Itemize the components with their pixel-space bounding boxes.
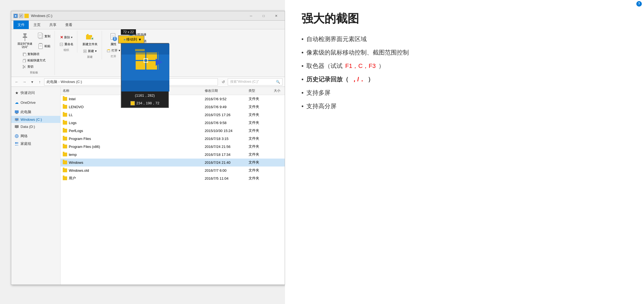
feature-item-3: 取色器（试试 F1，C，F3） xyxy=(301,61,628,70)
paste-button[interactable]: 粘贴 xyxy=(35,41,52,51)
file-row[interactable]: Program Files (x86) 2016/7/24 21:56 文件夹 xyxy=(61,143,285,151)
network-label: 网络 xyxy=(21,134,28,139)
col-header-type[interactable]: 类型 xyxy=(246,88,268,94)
col-header-date[interactable]: 修改日期 xyxy=(203,88,246,94)
copy-path-button[interactable]: 复制路径 xyxy=(21,51,47,57)
file-row[interactable]: 用户 2016/7/5 11:04 文件夹 xyxy=(61,174,285,182)
pin-label: 固定到"快速访问" xyxy=(18,42,32,49)
feature-item-6: 支持高分屏 xyxy=(301,102,628,111)
ribbon: 固定到"快速访问" 复制 xyxy=(11,29,285,77)
new-item-arrow: ▾ xyxy=(95,49,97,53)
rename-button[interactable]: 重命名 xyxy=(58,41,75,47)
sidebar-item-this-pc[interactable]: 此电脑 xyxy=(11,108,60,116)
new-item-button[interactable]: 新建 ▾ xyxy=(82,48,98,54)
svg-rect-16 xyxy=(23,60,25,62)
breadcrumb-sep: › xyxy=(58,80,59,84)
sidebar-item-homegroup[interactable]: 家庭组 xyxy=(11,140,60,148)
delete-x-icon: ✕ xyxy=(60,35,63,39)
up-button[interactable]: ↑ xyxy=(36,79,43,85)
sidebar-item-network[interactable]: 网络 xyxy=(11,132,60,140)
open-button[interactable]: 打开 ▾ xyxy=(105,48,122,53)
new-folder-button[interactable]: 新建文件夹 xyxy=(81,31,99,48)
folder-icon xyxy=(63,129,67,133)
feature-item-1: 自动检测界面元素区域 xyxy=(301,35,628,44)
sidebar-item-quick-access[interactable]: ★ 快速访问 xyxy=(11,89,60,97)
open-label: 打开 xyxy=(111,53,116,58)
open-arrow: ▾ xyxy=(119,49,120,52)
pixel-color-values: 234，198，72 xyxy=(136,101,159,106)
tab-view[interactable]: 查看 xyxy=(61,21,76,29)
svg-rect-21 xyxy=(121,38,124,40)
file-row[interactable]: Intel 2016/7/6 9:52 文件夹 xyxy=(61,95,285,103)
delete-button[interactable]: ✕ 删除 ▾ xyxy=(59,34,74,40)
file-row[interactable]: Program Files 2016/7/18 3:15 文件夹 xyxy=(61,135,285,143)
ribbon-tabs: 文件 主页 共享 查看 ? xyxy=(11,21,285,29)
paste-shortcut-button[interactable]: 粘贴快捷方式 xyxy=(21,58,47,63)
file-list-header: 名称 修改日期 类型 大小 xyxy=(61,87,285,95)
sidebar-item-windows-c[interactable]: Windows (C:) xyxy=(11,116,60,123)
sidebar-item-data-d[interactable]: Data (D:) xyxy=(11,123,60,130)
col-header-size[interactable]: 大小 xyxy=(268,88,285,94)
forward-button[interactable]: → xyxy=(21,79,28,85)
file-row[interactable]: PerfLogs 2015/10/30 15:24 文件夹 xyxy=(61,127,285,135)
recent-button[interactable]: ▾ xyxy=(29,79,35,85)
dropdown-arrow: ▼ xyxy=(138,38,142,42)
organize-label: 组织 xyxy=(64,47,69,52)
new-folder-icon xyxy=(86,33,94,42)
svg-rect-64 xyxy=(15,110,19,113)
new-label: 新建 xyxy=(87,54,93,59)
move-to-button[interactable]: 移动到 ▼ xyxy=(118,35,144,44)
maximize-button[interactable]: □ xyxy=(257,11,270,21)
file-row-windows-old[interactable]: Windows.old 2016/7/7 6:00 文件夹 xyxy=(61,167,285,174)
tab-home[interactable]: 主页 xyxy=(29,21,45,29)
file-row[interactable]: LL 2016/7/25 17:26 文件夹 xyxy=(61,111,285,119)
help-icon[interactable]: ? xyxy=(636,1,642,7)
file-row[interactable]: LENOVO 2016/7/6 9:49 文件夹 xyxy=(61,103,285,111)
cut-button[interactable]: 剪切 xyxy=(21,64,47,70)
breadcrumb-pc: 此电脑 xyxy=(47,79,57,84)
file-row[interactable]: temp 2016/7/18 17:34 文件夹 xyxy=(61,151,285,159)
folder-icon xyxy=(63,160,67,164)
feature-title: 强大的截图 xyxy=(301,11,628,26)
search-icon: 🔍 xyxy=(276,80,280,84)
folder-icon xyxy=(63,105,67,109)
refresh-button[interactable]: ↺ xyxy=(220,79,227,85)
paste-icon xyxy=(37,43,44,49)
feature-item-4-keys: ，/． xyxy=(351,75,365,84)
main-content: ★ 快速访问 ☁ OneDrive 此电脑 Windows (C:) xyxy=(11,87,285,285)
feature-list: 自动检测界面元素区域 像素级的鼠标移动控制、截图范围控制 取色器（试试 F1，C… xyxy=(301,35,628,111)
back-button[interactable]: ← xyxy=(13,79,20,85)
feature-item-2-text: 像素级的鼠标移动控制、截图范围控制 xyxy=(306,48,409,57)
move-to-label: 移动到 xyxy=(126,37,137,42)
quick-access-icon: ★ xyxy=(15,91,19,95)
file-row-windows[interactable]: Windows 2016/7/24 21:40 文件夹 xyxy=(61,159,285,167)
explorer-window: ■ ✓ Windows (C:) ─ □ ✕ 文件 主页 共享 查看 ? xyxy=(11,11,285,285)
ribbon-group-clipboard: 固定到"快速访问" 复制 xyxy=(13,31,55,75)
tab-share[interactable]: 共享 xyxy=(45,21,61,29)
search-bar[interactable]: 搜索"Windows (C:)" 🔍 xyxy=(228,78,283,85)
sidebar: ★ 快速访问 ☁ OneDrive 此电脑 Windows (C:) xyxy=(11,87,61,285)
network-icon xyxy=(15,134,19,138)
feature-item-3-text: 取色器（试试 xyxy=(306,61,343,70)
svg-rect-65 xyxy=(16,113,18,114)
delete-dropdown-arrow: ▾ xyxy=(71,36,73,39)
sidebar-item-onedrive[interactable]: ☁ OneDrive xyxy=(11,99,60,106)
open-icon xyxy=(107,49,110,53)
feature-item-3-keys: F1，C，F3 xyxy=(345,61,376,70)
tab-file[interactable]: 文件 xyxy=(13,21,29,29)
svg-rect-0 xyxy=(23,33,27,35)
window-controls: ─ □ ✕ xyxy=(245,11,283,21)
pin-quick-access-button[interactable]: 固定到"快速访问" xyxy=(16,31,34,51)
feature-item-1-text: 自动检测界面元素区域 xyxy=(306,35,367,44)
ribbon-group-new: 新建文件夹 新建 ▾ 新建 xyxy=(78,31,102,59)
svg-rect-2 xyxy=(23,37,27,38)
feature-item-3-suffix: ） xyxy=(378,61,384,70)
close-button[interactable]: ✕ xyxy=(270,11,283,21)
folder-icon xyxy=(63,137,67,140)
copy-button[interactable]: 复制 xyxy=(35,31,52,41)
file-row[interactable]: Logs 2016/7/6 9:58 文件夹 xyxy=(61,119,285,127)
minimize-button[interactable]: ─ xyxy=(245,11,257,21)
pixel-art-svg xyxy=(121,44,169,91)
new-item-icon xyxy=(83,49,87,53)
feature-item-2: 像素级的鼠标移动控制、截图范围控制 xyxy=(301,48,628,57)
